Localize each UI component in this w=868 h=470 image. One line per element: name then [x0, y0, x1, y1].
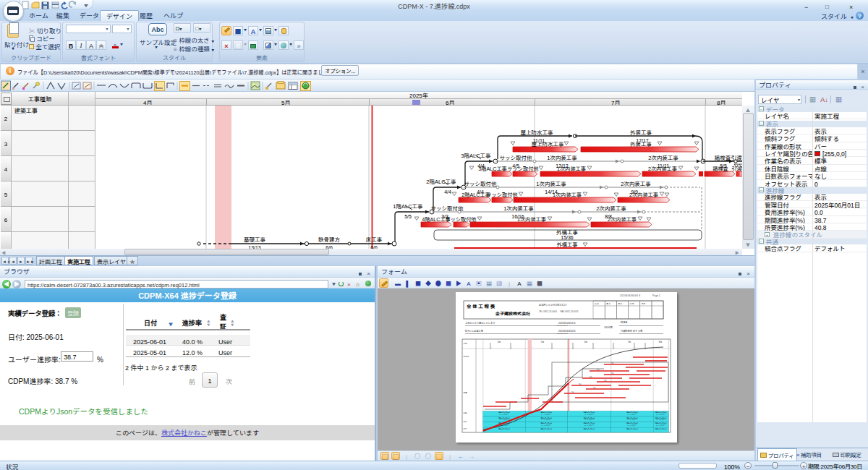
svg-text:サッシ取付他: サッシ取付他	[500, 153, 532, 161]
svg-text:2次内装工事: 2次内装工事	[629, 191, 658, 198]
svg-text:サッシ取付他: サッシ取付他	[445, 215, 476, 223]
svg-text:内装: 内装	[597, 369, 600, 371]
svg-text:1F~4F 内装仕上: 1F~4F 内装仕上	[627, 424, 637, 427]
svg-text:諸検査: 諸検査	[712, 165, 728, 172]
svg-text:5月: 5月	[541, 341, 545, 343]
svg-text:検査: 検査	[464, 420, 468, 423]
svg-text:1F~4F 内装仕上: 1F~4F 内装仕上	[656, 413, 666, 416]
svg-text:外装工事: 外装工事	[630, 128, 652, 136]
svg-text:1F~4F 内装仕上: 1F~4F 内装仕上	[656, 418, 666, 421]
svg-text:諸検査: 諸検査	[715, 153, 731, 161]
svg-text:|: |	[492, 346, 493, 349]
svg-text:検 認: 検 認	[630, 302, 634, 305]
svg-text:|: |	[595, 346, 595, 349]
svg-text:TEL 0952-23-0000 ／ FAX 0952-23: TEL 0952-23-0000 ／ FAX 0952-23-0001	[539, 310, 579, 313]
svg-text:上記のとおり提出いたします: 上記のとおり提出いたします	[465, 321, 495, 325]
svg-text:2次内装工事: 2次内装工事	[621, 179, 651, 187]
svg-text:|: |	[636, 346, 637, 349]
svg-text:7月: 7月	[628, 341, 631, 343]
svg-text:|: |	[574, 346, 575, 349]
svg-text:床工事: 床工事	[366, 235, 383, 243]
svg-text:工程: 工程	[464, 342, 468, 345]
svg-text:1次内装工事: 1次内装工事	[557, 165, 586, 172]
svg-text:2025年04月01日: 2025年04月01日	[558, 321, 576, 325]
svg-text:1F~4F 内装仕上: 1F~4F 内装仕上	[584, 424, 595, 427]
svg-text:1F~4F 内装仕上: 1F~4F 内装仕上	[627, 418, 637, 421]
svg-text:基礎工事: 基礎工事	[244, 235, 265, 243]
svg-text:1F~4F 内装仕上: 1F~4F 内装仕上	[627, 413, 637, 416]
svg-text:|: |	[532, 346, 533, 349]
svg-text:経過等: 経過等	[621, 320, 628, 324]
svg-text:担 当: 担 当	[595, 302, 599, 305]
svg-text:2次内装工事: 2次内装工事	[608, 215, 637, 223]
svg-text:2025年06月03日 8: 2025年06月03日 8	[620, 294, 640, 297]
svg-text:4月: 4月	[498, 341, 501, 343]
svg-text:内装: 内装	[593, 387, 596, 389]
svg-text:内装: 内装	[611, 372, 614, 375]
svg-text:6/6: 6/6	[370, 244, 378, 249]
svg-text:1F~4F 内装仕上: 1F~4F 内装仕上	[542, 413, 552, 416]
svg-text:屋上防水工事: 屋上防水工事	[521, 128, 553, 136]
svg-text:サッシ取付他: サッシ取付他	[507, 165, 538, 172]
svg-text:1F~4F 内装仕上: 1F~4F 内装仕上	[656, 424, 666, 427]
svg-text:承認: 承認	[642, 302, 646, 305]
svg-text:1次内装工事: 1次内装工事	[503, 204, 534, 212]
svg-text:審 査: 審 査	[606, 302, 610, 305]
svg-text:|: |	[615, 346, 616, 349]
svg-text:内装: 内装	[571, 391, 574, 393]
svg-text:2次内装工事: 2次内装工事	[648, 165, 677, 172]
svg-text:6月: 6月	[584, 341, 588, 343]
svg-text:金子建設株式会社: 金子建設株式会社	[495, 310, 530, 317]
svg-text:|: |	[512, 346, 513, 349]
svg-text:1次内装工事: 1次内装工事	[517, 215, 546, 223]
svg-text:照 査: 照 査	[618, 302, 622, 305]
svg-text:1F~4F 内装仕上: 1F~4F 内装仕上	[542, 418, 552, 421]
svg-text:外装工事: 外装工事	[630, 140, 652, 148]
svg-text:130日間: 130日間	[604, 325, 613, 329]
svg-text:新潟県いか上州中町3-8-23: 新潟県いか上州中町3-8-23	[539, 303, 566, 307]
svg-text:基礎躯体工事/陸屋: 基礎躯体工事/陸屋	[584, 428, 595, 430]
svg-text:実績: 実績	[464, 391, 468, 394]
svg-text:会議: 会議	[463, 411, 468, 414]
svg-text:2階ALC工事: 2階ALC工事	[426, 177, 456, 185]
svg-text:引渡し: 引渡し	[731, 153, 742, 161]
svg-text:基礎躯体工事/陸屋: 基礎躯体工事/陸屋	[541, 428, 553, 430]
svg-text:サッシ取付他: サッシ取付他	[486, 191, 517, 198]
svg-text:内装: 内装	[579, 383, 582, 385]
svg-text:基礎躯体工事/陸屋: 基礎躯体工事/陸屋	[498, 428, 510, 430]
svg-text:基礎躯体工事/陸屋: 基礎躯体工事/陸屋	[626, 428, 638, 430]
svg-text:2次内装工事: 2次内装工事	[648, 153, 678, 161]
svg-text:15/36: 15/36	[561, 234, 574, 241]
svg-text:1次内装工事: 1次内装工事	[536, 179, 566, 187]
svg-text:内装: 内装	[590, 376, 592, 378]
svg-text:外構工事: 外構工事	[557, 241, 578, 248]
svg-text:1F~4F 内装仕上: 1F~4F 内装仕上	[584, 413, 595, 416]
svg-text:基礎躯体工事/陸屋: 基礎躯体工事/陸屋	[655, 428, 667, 430]
svg-text:|: |	[553, 346, 554, 349]
svg-text:サッシ取付他: サッシ取付他	[431, 204, 464, 212]
svg-text:1F~4F 内装仕上: 1F~4F 内装仕上	[499, 413, 509, 416]
svg-text:内装: 内装	[611, 362, 614, 364]
svg-text:全 体 工 程 表: 全 体 工 程 表	[467, 303, 495, 309]
svg-text:引渡し: 引渡し	[731, 165, 742, 172]
svg-text:Page 1: Page 1	[652, 294, 660, 297]
svg-text:3階ALC工事: 3階ALC工事	[478, 165, 507, 172]
svg-text:1次内装工事: 1次内装工事	[547, 153, 577, 161]
svg-text:内装: 内装	[604, 380, 607, 382]
svg-text:5/5: 5/5	[404, 213, 412, 220]
svg-text:1F~4F 内装仕上: 1F~4F 内装仕上	[499, 418, 509, 421]
svg-text:代表取締役 金子 太郎: 代表取締役 金子 太郎	[621, 329, 642, 333]
svg-text:1次内装工事: 1次内装工事	[553, 191, 582, 198]
svg-text:1F~4F 内装仕上: 1F~4F 内装仕上	[542, 424, 552, 427]
svg-text:8月: 8月	[659, 341, 663, 343]
svg-text:安全: 安全	[464, 427, 468, 430]
svg-text:出来高: 出来高	[464, 355, 469, 358]
svg-text:鉄骨建方: 鉄骨建方	[318, 235, 340, 243]
svg-text:13/13: 13/13	[248, 244, 261, 249]
svg-text:2次内装工事: 2次内装工事	[596, 204, 626, 212]
svg-text:1階ALC工事: 1階ALC工事	[393, 202, 423, 210]
svg-text:M大ビル新築工事: M大ビル新築工事	[465, 329, 484, 333]
svg-text:2025年06月30日: 2025年06月30日	[558, 329, 576, 333]
svg-text:1F~4F 内装仕上: 1F~4F 内装仕上	[584, 418, 595, 421]
svg-text:サッシ取付他: サッシ取付他	[464, 179, 497, 187]
